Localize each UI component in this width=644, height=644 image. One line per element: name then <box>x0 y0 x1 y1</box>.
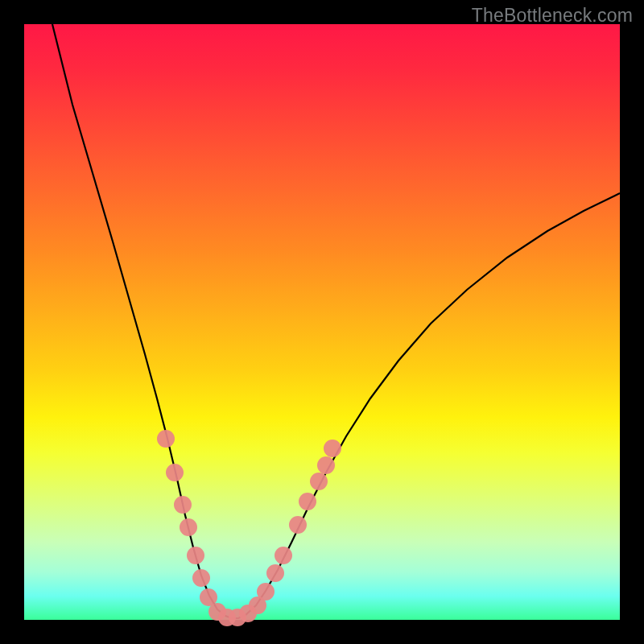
data-dot <box>166 464 184 481</box>
data-dot <box>180 518 197 536</box>
curve-path <box>52 24 620 618</box>
data-dot <box>157 430 175 448</box>
data-dot <box>289 516 307 534</box>
data-dot <box>266 564 284 582</box>
data-dot <box>192 569 210 587</box>
data-dot <box>275 547 292 564</box>
bottleneck-curve <box>24 24 620 620</box>
data-dot <box>317 456 335 474</box>
plot-area <box>24 24 620 620</box>
data-dot <box>257 583 275 601</box>
data-dot <box>187 547 204 564</box>
chart-frame: TheBottleneck.com <box>0 0 644 644</box>
data-dot <box>299 493 316 510</box>
data-dot <box>174 496 192 514</box>
data-dot <box>324 440 341 457</box>
watermark-text: TheBottleneck.com <box>472 5 633 27</box>
data-dot <box>310 473 328 490</box>
